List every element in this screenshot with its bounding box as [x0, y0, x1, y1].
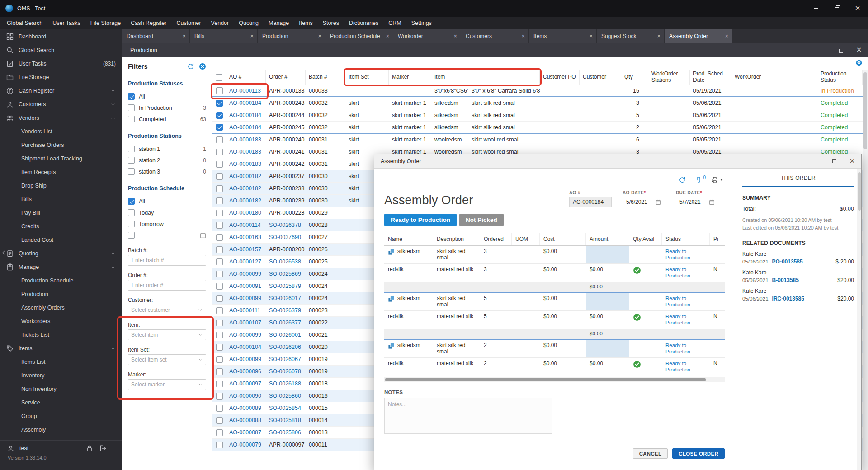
not-picked-button[interactable]: Not Picked	[459, 214, 504, 226]
order-number-link[interactable]: SO-0026206	[269, 344, 301, 350]
sidebar-item-service[interactable]: Service	[0, 396, 122, 409]
ao-number-link[interactable]: AO-0000099	[229, 271, 261, 277]
ao-number-cell[interactable]: AO-0000090	[226, 390, 266, 402]
menu-cash-register[interactable]: Cash Register	[126, 17, 171, 29]
order-number-link[interactable]: SO-0026001	[269, 332, 301, 338]
ao-number-cell[interactable]: AO-0000184	[226, 97, 266, 109]
row-select[interactable]	[212, 414, 226, 426]
filter-option-station-1[interactable]: station 11	[128, 143, 206, 155]
row-checkbox[interactable]	[216, 271, 223, 277]
modal-refresh-icon[interactable]	[679, 176, 686, 183]
grid-header-qty[interactable]: Qty	[621, 70, 648, 85]
grid-header-production-status[interactable]: Production Status	[817, 70, 863, 85]
tab-close-icon[interactable]: ×	[453, 33, 457, 39]
grid-header-x[interactable]	[468, 70, 540, 85]
filter-checkbox-station-1[interactable]	[128, 146, 135, 152]
sidebar-item-workorders[interactable]: Workorders	[0, 315, 122, 328]
document-link[interactable]: IRC-0013585	[772, 296, 804, 302]
ao-number-cell[interactable]: AO-0000114	[226, 219, 266, 231]
filter-option-all[interactable]: All	[128, 91, 206, 102]
ao-number-cell[interactable]: AO-0000099	[226, 292, 266, 304]
row-select[interactable]	[212, 195, 226, 207]
ao-number-link[interactable]: AO-0000111	[229, 307, 260, 314]
filter-option-station-3[interactable]: station 30	[128, 166, 206, 177]
table-row[interactable]: AO-0000183APR-0000240000031skirtskirt ma…	[212, 134, 863, 146]
row-select[interactable]	[212, 329, 226, 341]
row-checkbox[interactable]	[216, 417, 223, 424]
ao-number-link[interactable]: AO-0000184	[229, 112, 261, 118]
attachments-icon[interactable]	[695, 176, 702, 183]
sidebar-item-shipment-load-tracking[interactable]: Shipment Load Tracking	[0, 152, 122, 165]
sidebar-item-production[interactable]: Production	[0, 287, 122, 301]
table-row[interactable]: AO-0000184APR-0000245000032skirtskirt ma…	[212, 122, 863, 134]
grid-header-workorder-stations[interactable]: WorkOrder Stations	[648, 70, 690, 85]
ao-number-cell[interactable]: AO-0000163	[226, 231, 266, 243]
grid-header-customer[interactable]: Customer	[580, 70, 621, 85]
restore-button[interactable]	[826, 0, 847, 17]
tab-close-icon[interactable]: ×	[250, 33, 254, 39]
subwindow-minimize-button[interactable]	[814, 43, 832, 57]
sidebar-item-file-storage[interactable]: File Storage	[0, 70, 122, 84]
row-checkbox[interactable]	[216, 368, 223, 375]
row-select[interactable]	[212, 256, 226, 268]
filter-option-station-2[interactable]: station 20	[128, 155, 206, 166]
row-select[interactable]	[212, 244, 226, 255]
sidebar-item-drop-ship[interactable]: Drop Ship	[0, 179, 122, 193]
order-number-link[interactable]: SO-0026377	[269, 320, 301, 326]
tab-close-icon[interactable]: ×	[589, 33, 593, 39]
status-link[interactable]: Ready to Production	[665, 342, 706, 355]
row-select[interactable]	[212, 158, 226, 170]
ao-number-cell[interactable]: AO-0000127	[226, 256, 266, 268]
ao-number-link[interactable]: AO-0000089	[229, 405, 261, 411]
row-checkbox[interactable]	[216, 173, 223, 180]
grid-header-customer-po[interactable]: Customer PO	[540, 70, 580, 85]
row-select[interactable]	[212, 280, 226, 292]
ao-number-cell[interactable]: AO-0000107	[226, 317, 266, 329]
row-select[interactable]	[212, 305, 226, 316]
tab-close-icon[interactable]: ×	[386, 33, 389, 39]
sidebar-item-customers[interactable]: Customers	[0, 98, 122, 111]
order-number-link[interactable]: SO-0026017	[269, 295, 301, 301]
assembly-item-row[interactable]: silkredsmskirt silk red smal3$0.00Ready …	[384, 246, 725, 264]
filter-checkbox-in-production[interactable]	[128, 104, 135, 111]
filter-select-marker[interactable]: Select marker	[128, 379, 206, 390]
row-select[interactable]	[212, 341, 226, 353]
sidebar-item-global-search[interactable]: Global Search	[0, 43, 122, 57]
menu-global-search[interactable]: Global Search	[2, 17, 47, 29]
tab-suggest-stock[interactable]: Suggest Stock×	[597, 29, 664, 43]
row-select[interactable]	[212, 85, 226, 96]
tab-close-icon[interactable]: ×	[521, 33, 525, 39]
ao-number-cell[interactable]: AO-0000079	[226, 439, 266, 451]
row-select[interactable]	[212, 134, 226, 146]
subwindow-close-button[interactable]: ×	[850, 43, 868, 57]
filter-option-in-production[interactable]: In Production3	[128, 102, 206, 113]
tab-this-order[interactable]: THIS ORDER	[742, 175, 854, 187]
grid-header-ao[interactable]: AO #	[226, 70, 266, 85]
ao-number-link[interactable]: AO-0000097	[229, 381, 261, 387]
order-number-link[interactable]: SO-0025860	[269, 393, 301, 399]
tab-dashboard[interactable]: Dashboard×	[122, 29, 189, 43]
grid-header-batch[interactable]: Batch #	[306, 70, 345, 85]
cancel-button[interactable]: CANCEL	[633, 448, 668, 459]
print-button[interactable]	[711, 176, 723, 183]
row-checkbox[interactable]	[216, 185, 223, 192]
ao-number-cell[interactable]: AO-0000099	[226, 329, 266, 341]
modal-close-button[interactable]: ×	[843, 154, 861, 168]
order-number-link[interactable]: SO-0026078	[269, 368, 301, 375]
filter-option-tomorrow[interactable]: Tomorrow	[128, 218, 206, 230]
panel-scrollbar[interactable]	[857, 169, 861, 470]
logout-icon[interactable]	[99, 445, 107, 452]
ao-number-link[interactable]: AO-0000096	[229, 368, 261, 375]
row-select[interactable]	[212, 109, 226, 121]
ao-number-cell[interactable]: AO-0000096	[226, 366, 266, 377]
ao-number-link[interactable]: AO-0000090	[229, 393, 261, 399]
tab-production-schedule[interactable]: Production Schedule×	[326, 29, 393, 43]
ao-number-link[interactable]: AO-0000183	[229, 161, 261, 167]
row-checkbox[interactable]	[216, 258, 223, 265]
row-select[interactable]	[212, 378, 226, 390]
tab-production[interactable]: Production×	[258, 29, 325, 43]
ao-number-link[interactable]: AO-0000127	[229, 258, 261, 265]
minimize-button[interactable]	[806, 0, 826, 17]
ao-number-cell[interactable]: AO-0000111	[226, 305, 266, 316]
order-number-link[interactable]: SO-0026378	[269, 222, 301, 228]
